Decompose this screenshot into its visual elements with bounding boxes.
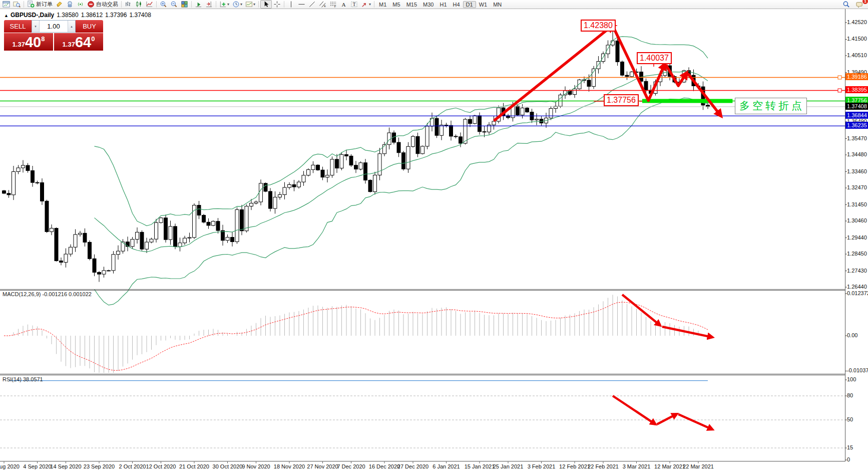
level-price-label: 1.36235 <box>845 122 868 129</box>
trend-arrow[interactable] <box>688 74 721 116</box>
volume-decrease-button[interactable]: ▾ <box>32 21 40 32</box>
price-tick-label: 1.26440 <box>847 284 867 290</box>
ohlc-low: 1.37396 <box>105 12 127 19</box>
auto-scroll-icon[interactable] <box>193 1 204 8</box>
terminal-window: 新订单 自动交易 ▾ ▾ ▾ E F A T ▾ <box>0 0 868 471</box>
new-order-button[interactable]: 新订单 <box>26 1 54 8</box>
level-line-handle <box>838 89 841 92</box>
crosshair-icon[interactable] <box>272 1 282 8</box>
price-tick-label: 1.27430 <box>847 268 867 274</box>
autotrading-button[interactable]: 自动交易 <box>86 1 120 8</box>
timeframe-button-m30[interactable]: M30 <box>420 1 437 8</box>
macd-tick-label: 0.00 <box>847 332 857 338</box>
level-price-label: 1.38395 <box>845 86 868 93</box>
buy-button[interactable]: BUY <box>76 20 103 33</box>
price-tick-label: 1.42520 <box>847 19 867 25</box>
trend-arrow[interactable] <box>657 414 677 424</box>
candles <box>3 25 710 282</box>
sell-button[interactable]: SELL <box>4 20 32 33</box>
bollinger-band-line <box>95 37 708 226</box>
charts-window-icon[interactable] <box>1 1 12 8</box>
svg-text:F: F <box>334 5 336 8</box>
annotation-note-box[interactable]: 多空转折点 <box>735 98 807 114</box>
annotation-price-1.37756[interactable]: 1.37756 <box>604 94 639 106</box>
cursor-icon[interactable] <box>260 0 272 9</box>
timeframe-button-m1[interactable]: M1 <box>376 1 389 8</box>
macd-histogram <box>4 295 708 373</box>
expert-advisor-icon[interactable] <box>65 1 75 8</box>
ohlc-open: 1.38580 <box>57 12 78 19</box>
timeframe-button-w1[interactable]: W1 <box>476 1 491 8</box>
fibonacci-icon[interactable]: F <box>328 1 338 8</box>
rsi-label: RSI(14) 38.0571 <box>3 376 43 382</box>
candlestick-icon[interactable] <box>134 1 144 8</box>
trend-arrow[interactable] <box>678 414 712 429</box>
arrows-dropdown-icon[interactable]: ▾ <box>369 2 371 7</box>
arrow-objects-icon[interactable]: ▾ <box>359 1 372 8</box>
symbol-marker-icon: ▲ <box>4 13 9 18</box>
timeframe-button-d1[interactable]: D1 <box>463 1 476 8</box>
trend-arrow[interactable] <box>613 396 656 424</box>
styler-icon[interactable] <box>54 1 65 8</box>
notification-count-badge: 1 <box>862 0 868 4</box>
price-tick-label: 1.40510 <box>847 52 867 58</box>
periods-clock-icon[interactable]: ▾ <box>231 1 244 8</box>
timeframe-button-h4[interactable]: H4 <box>450 1 463 8</box>
volume-input[interactable]: 1.00 <box>40 21 68 32</box>
chart-title: ▲GBPUSD-,Daily1.385801.386121.373961.374… <box>4 12 154 19</box>
price-tick-label: 1.30460 <box>847 217 867 223</box>
rsi-tick-label: 15 <box>847 444 853 450</box>
zoom-in-icon[interactable] <box>158 1 169 8</box>
templates-dropdown-icon[interactable]: ▾ <box>253 2 255 7</box>
current-price-label: 1.37408 <box>845 103 868 110</box>
zoom-out-icon[interactable] <box>169 1 179 8</box>
text-icon[interactable]: A <box>338 1 349 8</box>
trendline-icon[interactable] <box>307 1 317 8</box>
level-line-handle <box>838 76 841 79</box>
price-tick-label: 1.41500 <box>847 36 867 42</box>
level-price-label: 1.39186 <box>845 73 868 80</box>
ohlc-high: 1.38612 <box>81 12 103 19</box>
timeframe-button-h1[interactable]: H1 <box>437 1 450 8</box>
indicators-dropdown-icon[interactable]: ▾ <box>227 2 229 7</box>
rsi-tick-label: 80 <box>847 392 853 398</box>
price-tick-label: 1.28450 <box>847 251 867 257</box>
signals-icon[interactable] <box>75 1 86 8</box>
notifications-icon[interactable]: 1 <box>854 1 865 8</box>
text-label-icon[interactable]: T <box>349 1 359 8</box>
periods-dropdown-icon[interactable]: ▾ <box>240 2 242 7</box>
volume-increase-button[interactable]: ▴ <box>68 21 75 32</box>
indicators-icon[interactable]: ▾ <box>218 1 231 8</box>
horizontal-line-icon[interactable] <box>296 1 307 8</box>
timeframe-button-m15[interactable]: M15 <box>403 1 420 8</box>
chart-canvas[interactable] <box>0 0 868 471</box>
rsi-tick-label: 100 <box>847 376 856 382</box>
tile-windows-icon[interactable] <box>179 1 190 8</box>
line-chart-icon[interactable] <box>144 1 155 8</box>
one-click-trading-panel: SELL ▾ 1.00 ▴ BUY 1.37408 1.37640 <box>4 20 103 51</box>
toolbar: 新订单 自动交易 ▾ ▾ ▾ E F A T ▾ <box>0 0 868 9</box>
date-tick-label: 22 Mar 2021 <box>677 463 720 469</box>
macd-tick-label: -0.010374 <box>847 367 868 373</box>
price-tick-label: 1.34480 <box>847 151 867 157</box>
search-icon[interactable] <box>841 1 851 8</box>
price-tick-label: 1.29440 <box>847 234 867 241</box>
annotation-price-1.42380[interactable]: 1.42380 <box>581 20 616 32</box>
profiles-icon[interactable] <box>12 1 22 8</box>
bar-chart-icon[interactable] <box>123 1 134 8</box>
chart-shift-icon[interactable] <box>204 1 214 8</box>
equidistant-channel-icon[interactable]: E <box>317 1 328 8</box>
volume-stepper: ▾ 1.00 ▴ <box>32 20 76 33</box>
buy-price[interactable]: 1.37640 <box>54 33 103 51</box>
new-order-label: 新订单 <box>36 1 53 8</box>
timeframe-button-m5[interactable]: M5 <box>389 1 403 8</box>
templates-icon[interactable]: ▾ <box>244 1 257 8</box>
rsi-tick-label: 0 <box>847 456 850 462</box>
svg-text:A: A <box>341 2 346 8</box>
svg-text:E: E <box>324 5 326 8</box>
svg-text:T: T <box>353 2 356 7</box>
timeframe-button-mn[interactable]: MN <box>490 1 505 8</box>
vertical-line-icon[interactable] <box>286 1 296 8</box>
annotation-price-1.40037[interactable]: 1.40037 <box>637 52 672 64</box>
sell-price[interactable]: 1.37408 <box>4 33 53 51</box>
